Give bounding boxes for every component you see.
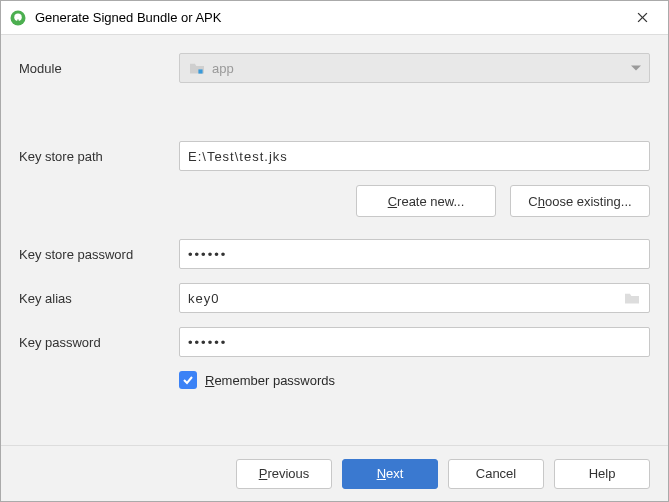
cancel-button[interactable]: Cancel: [448, 459, 544, 489]
keystore-password-value: ••••••: [188, 247, 227, 262]
create-new-button[interactable]: Create new...: [356, 185, 496, 217]
row-key-password: Key password ••••••: [19, 327, 650, 357]
row-keystore-path: Key store path E:\Test\test.jks: [19, 141, 650, 171]
row-keystore-password: Key store password ••••••: [19, 239, 650, 269]
keystore-path-value: E:\Test\test.jks: [188, 149, 288, 164]
keystore-path-label: Key store path: [19, 149, 179, 164]
keystore-path-input[interactable]: E:\Test\test.jks: [179, 141, 650, 171]
folder-module-icon: [188, 61, 206, 75]
module-label: Module: [19, 61, 179, 76]
row-remember: Remember passwords: [179, 371, 650, 389]
module-value: app: [212, 61, 234, 76]
keystore-password-input[interactable]: ••••••: [179, 239, 650, 269]
choose-existing-button[interactable]: Choose existing...: [510, 185, 650, 217]
previous-button[interactable]: Previous: [236, 459, 332, 489]
svg-rect-5: [198, 69, 202, 73]
chevron-down-icon: [631, 66, 641, 71]
row-module: Module app: [19, 53, 650, 83]
key-alias-value: key0: [188, 291, 219, 306]
key-alias-input[interactable]: key0: [179, 283, 650, 313]
browse-alias-icon[interactable]: [623, 291, 641, 305]
remember-checkbox[interactable]: [179, 371, 197, 389]
key-password-value: ••••••: [188, 335, 227, 350]
android-studio-icon: [9, 9, 27, 27]
titlebar: Generate Signed Bundle or APK: [1, 1, 668, 35]
dialog-footer: Previous Next Cancel Help: [1, 445, 668, 501]
help-button[interactable]: Help: [554, 459, 650, 489]
svg-rect-2: [17, 19, 19, 24]
dialog-body: Module app Key store path: [1, 35, 668, 445]
module-dropdown[interactable]: app: [179, 53, 650, 83]
key-alias-label: Key alias: [19, 291, 179, 306]
next-button[interactable]: Next: [342, 459, 438, 489]
window-title: Generate Signed Bundle or APK: [35, 10, 626, 25]
key-password-label: Key password: [19, 335, 179, 350]
keystore-password-label: Key store password: [19, 247, 179, 262]
row-key-alias: Key alias key0: [19, 283, 650, 313]
keystore-button-row: Create new... Choose existing...: [179, 185, 650, 217]
remember-label[interactable]: Remember passwords: [205, 373, 335, 388]
close-icon[interactable]: [626, 4, 658, 32]
key-password-input[interactable]: ••••••: [179, 327, 650, 357]
dialog-window: Generate Signed Bundle or APK Module: [0, 0, 669, 502]
